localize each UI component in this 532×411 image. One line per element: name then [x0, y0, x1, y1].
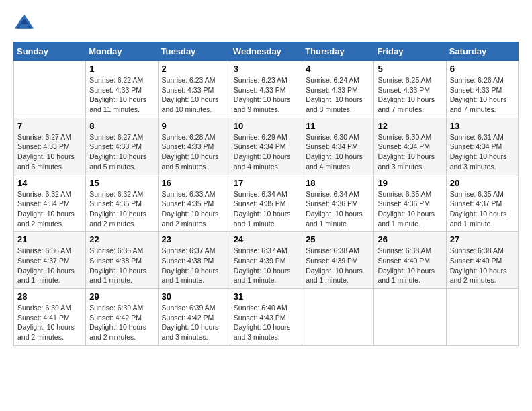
calendar-cell — [446, 289, 518, 346]
day-number: 1 — [89, 64, 154, 74]
day-number: 7 — [17, 121, 82, 131]
day-number: 10 — [234, 121, 298, 131]
column-header-sunday: Sunday — [14, 42, 86, 61]
column-header-friday: Friday — [374, 42, 446, 61]
day-info: Sunrise: 6:23 AM Sunset: 4:33 PM Dayligh… — [234, 75, 298, 115]
calendar-cell: 17Sunrise: 6:34 AM Sunset: 4:35 PM Dayli… — [230, 175, 302, 232]
day-info: Sunrise: 6:36 AM Sunset: 4:37 PM Dayligh… — [17, 246, 82, 285]
day-info: Sunrise: 6:31 AM Sunset: 4:34 PM Dayligh… — [450, 132, 515, 172]
day-number: 21 — [17, 234, 82, 244]
calendar-cell — [374, 289, 446, 346]
day-number: 6 — [450, 64, 515, 74]
calendar-cell: 5Sunrise: 6:25 AM Sunset: 4:33 PM Daylig… — [374, 61, 446, 118]
day-number: 18 — [306, 178, 370, 188]
day-info: Sunrise: 6:27 AM Sunset: 4:33 PM Dayligh… — [17, 132, 82, 172]
calendar-cell: 8Sunrise: 6:27 AM Sunset: 4:33 PM Daylig… — [86, 118, 158, 175]
day-number: 15 — [89, 178, 154, 188]
logo — [13, 13, 38, 35]
calendar-cell: 22Sunrise: 6:36 AM Sunset: 4:38 PM Dayli… — [86, 232, 158, 289]
day-number: 12 — [378, 121, 442, 131]
day-info: Sunrise: 6:40 AM Sunset: 4:43 PM Dayligh… — [234, 303, 298, 342]
day-number: 14 — [17, 178, 82, 188]
day-info: Sunrise: 6:39 AM Sunset: 4:42 PM Dayligh… — [162, 303, 226, 342]
calendar-cell: 2Sunrise: 6:23 AM Sunset: 4:33 PM Daylig… — [158, 61, 230, 118]
day-info: Sunrise: 6:26 AM Sunset: 4:33 PM Dayligh… — [450, 75, 515, 115]
column-header-tuesday: Tuesday — [158, 42, 230, 61]
calendar-cell: 18Sunrise: 6:34 AM Sunset: 4:36 PM Dayli… — [302, 175, 374, 232]
calendar-week-row: 21Sunrise: 6:36 AM Sunset: 4:37 PM Dayli… — [14, 232, 519, 289]
column-header-monday: Monday — [86, 42, 158, 61]
day-info: Sunrise: 6:38 AM Sunset: 4:39 PM Dayligh… — [306, 246, 370, 285]
day-number: 31 — [234, 291, 298, 302]
day-info: Sunrise: 6:35 AM Sunset: 4:36 PM Dayligh… — [378, 189, 442, 229]
day-info: Sunrise: 6:23 AM Sunset: 4:33 PM Dayligh… — [162, 75, 226, 115]
calendar-cell: 25Sunrise: 6:38 AM Sunset: 4:39 PM Dayli… — [302, 232, 374, 289]
calendar-cell: 20Sunrise: 6:35 AM Sunset: 4:37 PM Dayli… — [446, 175, 518, 232]
calendar-cell: 24Sunrise: 6:37 AM Sunset: 4:39 PM Dayli… — [230, 232, 302, 289]
day-info: Sunrise: 6:33 AM Sunset: 4:35 PM Dayligh… — [162, 189, 226, 229]
day-info: Sunrise: 6:22 AM Sunset: 4:33 PM Dayligh… — [89, 75, 154, 115]
day-number: 27 — [450, 234, 515, 244]
day-number: 2 — [162, 64, 226, 74]
calendar-table: SundayMondayTuesdayWednesdayThursdayFrid… — [13, 42, 519, 346]
calendar-week-row: 7Sunrise: 6:27 AM Sunset: 4:33 PM Daylig… — [14, 118, 519, 175]
calendar-cell: 26Sunrise: 6:38 AM Sunset: 4:40 PM Dayli… — [374, 232, 446, 289]
day-info: Sunrise: 6:38 AM Sunset: 4:40 PM Dayligh… — [378, 246, 442, 285]
day-number: 29 — [89, 291, 154, 302]
day-number: 23 — [162, 234, 226, 244]
day-info: Sunrise: 6:32 AM Sunset: 4:35 PM Dayligh… — [89, 189, 154, 229]
day-info: Sunrise: 6:37 AM Sunset: 4:38 PM Dayligh… — [162, 246, 226, 285]
day-number: 25 — [306, 234, 370, 244]
calendar-cell: 13Sunrise: 6:31 AM Sunset: 4:34 PM Dayli… — [446, 118, 518, 175]
day-number: 26 — [378, 234, 442, 244]
day-number: 3 — [234, 64, 298, 74]
day-info: Sunrise: 6:39 AM Sunset: 4:42 PM Dayligh… — [89, 303, 154, 342]
calendar-cell: 14Sunrise: 6:32 AM Sunset: 4:34 PM Dayli… — [14, 175, 86, 232]
calendar-cell: 31Sunrise: 6:40 AM Sunset: 4:43 PM Dayli… — [230, 289, 302, 346]
calendar-cell: 1Sunrise: 6:22 AM Sunset: 4:33 PM Daylig… — [86, 61, 158, 118]
day-info: Sunrise: 6:24 AM Sunset: 4:33 PM Dayligh… — [306, 75, 370, 115]
day-number: 24 — [234, 234, 298, 244]
calendar-cell: 28Sunrise: 6:39 AM Sunset: 4:41 PM Dayli… — [14, 289, 86, 346]
calendar-cell: 23Sunrise: 6:37 AM Sunset: 4:38 PM Dayli… — [158, 232, 230, 289]
day-number: 11 — [306, 121, 370, 131]
day-number: 19 — [378, 178, 442, 188]
calendar-cell: 19Sunrise: 6:35 AM Sunset: 4:36 PM Dayli… — [374, 175, 446, 232]
calendar-cell: 7Sunrise: 6:27 AM Sunset: 4:33 PM Daylig… — [14, 118, 86, 175]
column-header-saturday: Saturday — [446, 42, 518, 61]
calendar-cell: 3Sunrise: 6:23 AM Sunset: 4:33 PM Daylig… — [230, 61, 302, 118]
day-number: 28 — [17, 291, 82, 302]
calendar-cell: 4Sunrise: 6:24 AM Sunset: 4:33 PM Daylig… — [302, 61, 374, 118]
day-info: Sunrise: 6:25 AM Sunset: 4:33 PM Dayligh… — [378, 75, 442, 115]
day-number: 22 — [89, 234, 154, 244]
calendar-cell: 6Sunrise: 6:26 AM Sunset: 4:33 PM Daylig… — [446, 61, 518, 118]
calendar-header-row: SundayMondayTuesdayWednesdayThursdayFrid… — [14, 42, 519, 61]
calendar-cell: 30Sunrise: 6:39 AM Sunset: 4:42 PM Dayli… — [158, 289, 230, 346]
day-number: 20 — [450, 178, 515, 188]
logo-icon — [13, 13, 35, 35]
calendar-cell: 15Sunrise: 6:32 AM Sunset: 4:35 PM Dayli… — [86, 175, 158, 232]
column-header-wednesday: Wednesday — [230, 42, 302, 61]
day-info: Sunrise: 6:36 AM Sunset: 4:38 PM Dayligh… — [89, 246, 154, 285]
day-info: Sunrise: 6:30 AM Sunset: 4:34 PM Dayligh… — [306, 132, 370, 172]
calendar-week-row: 1Sunrise: 6:22 AM Sunset: 4:33 PM Daylig… — [14, 61, 519, 118]
day-number: 5 — [378, 64, 442, 74]
calendar-cell: 10Sunrise: 6:29 AM Sunset: 4:34 PM Dayli… — [230, 118, 302, 175]
day-info: Sunrise: 6:34 AM Sunset: 4:36 PM Dayligh… — [306, 189, 370, 229]
calendar-week-row: 28Sunrise: 6:39 AM Sunset: 4:41 PM Dayli… — [14, 289, 519, 346]
day-info: Sunrise: 6:39 AM Sunset: 4:41 PM Dayligh… — [17, 303, 82, 342]
day-number: 16 — [162, 178, 226, 188]
calendar-cell: 27Sunrise: 6:38 AM Sunset: 4:40 PM Dayli… — [446, 232, 518, 289]
calendar-cell: 9Sunrise: 6:28 AM Sunset: 4:33 PM Daylig… — [158, 118, 230, 175]
day-info: Sunrise: 6:30 AM Sunset: 4:34 PM Dayligh… — [378, 132, 442, 172]
svg-rect-2 — [20, 24, 29, 28]
day-number: 30 — [162, 291, 226, 302]
day-info: Sunrise: 6:38 AM Sunset: 4:40 PM Dayligh… — [450, 246, 515, 285]
day-info: Sunrise: 6:35 AM Sunset: 4:37 PM Dayligh… — [450, 189, 515, 229]
day-number: 9 — [162, 121, 226, 131]
day-info: Sunrise: 6:29 AM Sunset: 4:34 PM Dayligh… — [234, 132, 298, 172]
day-number: 17 — [234, 178, 298, 188]
day-info: Sunrise: 6:28 AM Sunset: 4:33 PM Dayligh… — [162, 132, 226, 172]
day-info: Sunrise: 6:32 AM Sunset: 4:34 PM Dayligh… — [17, 189, 82, 229]
calendar-cell — [302, 289, 374, 346]
